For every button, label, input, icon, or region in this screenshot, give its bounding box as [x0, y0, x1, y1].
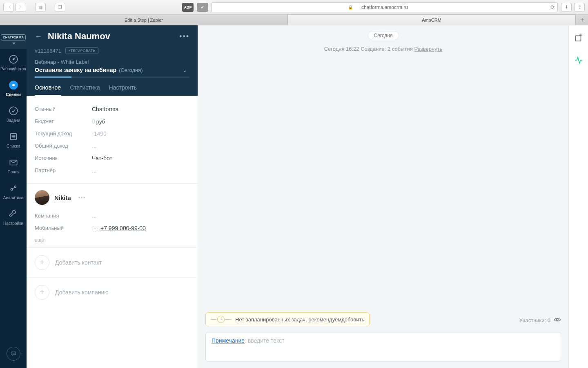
- field-partner: Партнёр ...: [35, 164, 189, 177]
- nav-mail[interactable]: Почта: [0, 152, 27, 178]
- contact-more-icon[interactable]: •••: [78, 194, 86, 201]
- participants[interactable]: Участники: 0: [519, 316, 561, 325]
- chevron-down-icon[interactable]: ⌄: [183, 67, 187, 73]
- show-more-link[interactable]: ещё: [35, 237, 44, 243]
- eye-icon[interactable]: [554, 316, 561, 325]
- more-icon[interactable]: •••: [179, 32, 189, 41]
- abp-button[interactable]: ABP: [182, 3, 194, 12]
- pipeline-name: Вебинар - White Label: [35, 59, 189, 65]
- chevron-right-icon: 〉: [22, 34, 25, 40]
- contact-mobile: Мобильный ++7 999 000-99-00: [35, 222, 189, 235]
- browser-toolbar: 〈 〉 ▥ ❐ ABP ✔ 🔒 chatforma.amocrm.ru ⟳ ⬇ …: [0, 0, 588, 15]
- wrench-icon: [8, 209, 19, 219]
- contact-block: Nikita ••• Компания ... Мобильный ++7 99…: [27, 183, 198, 247]
- event-summary: Сегодня 16:22 Создание: 2 события Развер…: [324, 46, 443, 52]
- svg-point-14: [14, 353, 14, 353]
- plus-icon: +: [35, 255, 49, 270]
- field-responsible: Отв-ный Chatforma: [35, 103, 189, 115]
- mail-icon: [8, 157, 19, 168]
- svg-point-12: [12, 353, 13, 353]
- tab-main[interactable]: Основное: [35, 84, 61, 96]
- tab-setup[interactable]: Настроить: [109, 84, 137, 96]
- tab-zapier[interactable]: Edit a Step | Zapier: [0, 15, 288, 25]
- today-pill: Сегодня: [368, 31, 399, 40]
- svg-point-1: [13, 58, 14, 60]
- tag-button[interactable]: +ТЕГИРОВАТЬ: [65, 47, 98, 54]
- add-phone-icon[interactable]: +: [92, 226, 98, 232]
- svg-point-3: [9, 107, 18, 115]
- back-button[interactable]: 〈: [3, 3, 14, 12]
- right-rail: [568, 25, 588, 368]
- lead-id: #12186471: [35, 48, 61, 54]
- contact-name[interactable]: Nikita: [54, 194, 71, 201]
- note-input[interactable]: Примечание: введите текст: [205, 332, 561, 361]
- share-button[interactable]: ⇪: [574, 3, 585, 12]
- new-tab-button[interactable]: ＋: [576, 15, 588, 25]
- contact-company: Компания ...: [35, 210, 189, 222]
- tab-amocrm[interactable]: AmoCRM: [288, 15, 576, 25]
- add-contact-row[interactable]: + Добавить контакт: [27, 247, 198, 277]
- add-widget-icon[interactable]: [574, 34, 583, 44]
- lead-panel: ← Nikita Naumov ••• #12186471 +ТЕГИРОВАТ…: [27, 25, 198, 368]
- download-button[interactable]: ⬇: [561, 3, 572, 12]
- stage-name[interactable]: Оставили заявку на вебинар: [35, 67, 116, 73]
- field-budget: Бюджет 0руб: [35, 115, 189, 128]
- reload-icon[interactable]: ⟳: [550, 4, 555, 10]
- add-task-link[interactable]: добавить: [341, 316, 364, 323]
- phone-link[interactable]: +7 999 000-99-00: [100, 225, 146, 231]
- url-text: chatforma.amocrm.ru: [361, 4, 408, 10]
- field-total-income: Общий доход ...: [35, 140, 189, 152]
- stage-date: (Сегодня): [119, 67, 143, 73]
- field-current-income: Текущий доход -1490: [35, 128, 189, 140]
- svg-point-9: [11, 188, 12, 190]
- svg-point-13: [13, 353, 13, 353]
- nav-analytics[interactable]: Аналитика: [0, 178, 27, 204]
- timeline-panel: Сегодня Сегодня 16:22 Создание: 2 событи…: [198, 25, 568, 368]
- svg-point-15: [557, 319, 559, 321]
- tab-stats[interactable]: Статистика: [70, 84, 100, 96]
- task-banner: Нет запланированных задач, рекомендуем д…: [205, 312, 370, 326]
- nav-desktop[interactable]: Рабочий стол: [0, 49, 27, 75]
- lock-icon: 🔒: [348, 5, 353, 9]
- tab-bar: Edit a Step | Zapier AmoCRM ＋: [0, 15, 588, 25]
- nav-settings[interactable]: Настройки: [0, 204, 27, 229]
- stage-progress: [35, 76, 189, 78]
- deals-icon: [8, 80, 19, 90]
- lead-fields: Отв-ный Chatforma Бюджет 0руб Текущий до…: [27, 96, 198, 179]
- nav-deals[interactable]: Сделки: [0, 75, 27, 101]
- gauge-icon: [8, 54, 19, 65]
- expand-link[interactable]: Развернуть: [414, 46, 442, 52]
- svg-point-10: [14, 186, 16, 188]
- nav-lists[interactable]: Списки: [0, 126, 27, 152]
- nav-tasks[interactable]: Задачи: [0, 101, 27, 126]
- field-source: Источник Чат-бот: [35, 152, 189, 164]
- sidebar-toggle[interactable]: ▥: [35, 3, 46, 12]
- logo[interactable]: CHATFORMA 〉: [0, 25, 27, 49]
- contact-avatar[interactable]: [35, 190, 49, 205]
- analytics-icon: [8, 183, 19, 193]
- shield-button[interactable]: ✔: [197, 3, 208, 12]
- list-icon: [8, 131, 19, 142]
- note-label[interactable]: Примечание: [212, 337, 245, 344]
- clock-icon: [211, 316, 231, 323]
- add-company-row[interactable]: + Добавить компанию: [27, 277, 198, 307]
- svg-rect-16: [575, 36, 581, 41]
- tabs-button[interactable]: ❐: [55, 3, 65, 12]
- left-nav: CHATFORMA 〉 Рабочий стол Сделки Задачи С…: [0, 25, 27, 368]
- lead-header: ← Nikita Naumov ••• #12186471 +ТЕГИРОВАТ…: [27, 25, 198, 96]
- forward-button[interactable]: 〉: [16, 3, 26, 12]
- chat-icon[interactable]: [7, 347, 20, 361]
- back-icon[interactable]: ←: [35, 32, 42, 41]
- svg-line-11: [12, 187, 14, 188]
- check-icon: [8, 105, 19, 116]
- plus-icon: +: [35, 285, 49, 300]
- url-bar[interactable]: 🔒 chatforma.amocrm.ru ⟳: [212, 2, 558, 12]
- activity-icon[interactable]: [574, 56, 583, 66]
- lead-name[interactable]: Nikita Naumov: [48, 31, 174, 42]
